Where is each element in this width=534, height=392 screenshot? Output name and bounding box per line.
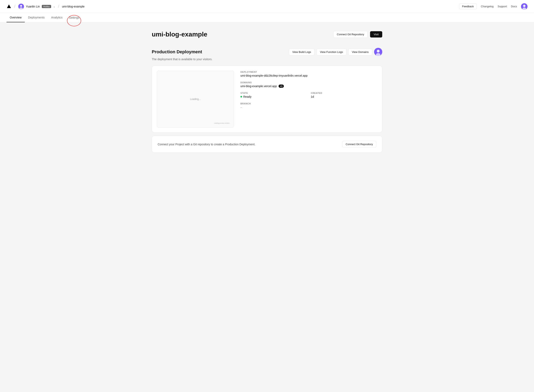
main-content: umi-blog-example Connect Git Repository … bbox=[145, 23, 389, 161]
project-header: umi-blog-example Connect Git Repository … bbox=[152, 31, 382, 38]
deployment-card: Loading... Loading preview content... DE… bbox=[152, 66, 382, 133]
deployment-preview: Loading... Loading preview content... bbox=[157, 71, 234, 127]
connect-git-button-bottom[interactable]: Connect Git Repository bbox=[342, 141, 376, 148]
svg-point-7 bbox=[377, 50, 380, 52]
nav-tabs: Overview Deployments Analytics Settings bbox=[0, 13, 534, 23]
deployment-url-group: DEPLOYMENT umi-blog-example-ddz26c8ep-im… bbox=[240, 71, 377, 77]
separator-slash: / bbox=[14, 4, 15, 9]
deployment-info: DEPLOYMENT umi-blog-example-ddz26c8ep-im… bbox=[240, 71, 377, 127]
state-label: STATE bbox=[240, 92, 307, 94]
domain-primary-value: umi-blog-example.vercel.app bbox=[240, 84, 277, 88]
state-group: STATE Ready bbox=[240, 92, 307, 98]
deployment-card-inner: Loading... Loading preview content... DE… bbox=[157, 71, 377, 127]
changelog-link[interactable]: Changelog bbox=[481, 5, 494, 8]
tab-settings[interactable]: Settings bbox=[66, 13, 83, 23]
header-right: Feedback Changelog Support Docs bbox=[459, 3, 528, 10]
domains-label: DOMAINS bbox=[240, 81, 377, 84]
domains-group: DOMAINS umi-blog-example.vercel.app +1 bbox=[240, 81, 377, 88]
user-name-label: Yuanlin Lin bbox=[26, 5, 40, 8]
support-link[interactable]: Support bbox=[498, 5, 507, 8]
vercel-logo-icon bbox=[6, 4, 11, 9]
preview-bottom-content: Loading preview content... bbox=[160, 122, 230, 124]
user-dropdown-chevron-icon[interactable]: ⌄ bbox=[53, 5, 55, 8]
separator-slash-2: / bbox=[58, 4, 59, 9]
created-group: CREATED 1d bbox=[311, 92, 377, 98]
connect-git-description: Connect your Project with a Git reposito… bbox=[158, 143, 255, 146]
branch-value: – bbox=[240, 106, 377, 109]
user-avatar-large[interactable] bbox=[521, 3, 528, 10]
view-domains-button[interactable]: View Domains bbox=[348, 49, 372, 55]
header-left: / Yuanlin Lin Hobby ⌄ / umi-blog-example bbox=[6, 4, 85, 9]
docs-link[interactable]: Docs bbox=[511, 5, 517, 8]
state-ready-dot bbox=[240, 96, 242, 98]
domain-extra-badge: +1 bbox=[279, 84, 284, 88]
project-actions: Connect Git Repository Visit bbox=[333, 31, 382, 38]
domains-row: umi-blog-example.vercel.app +1 bbox=[240, 84, 377, 88]
user-avatar-small[interactable] bbox=[18, 4, 24, 9]
branch-label: BRANCH bbox=[240, 102, 377, 105]
page-title: umi-blog-example bbox=[152, 31, 207, 38]
project-name-header: umi-blog-example bbox=[62, 5, 84, 8]
view-function-logs-button[interactable]: View Function Logs bbox=[316, 49, 346, 55]
deployment-url-value: umi-blog-example-ddz26c8ep-imyuanlinlin.… bbox=[240, 74, 377, 77]
view-build-logs-button[interactable]: View Build Logs bbox=[289, 49, 315, 55]
section-title: Production Deployment bbox=[152, 49, 202, 55]
state-value: Ready bbox=[243, 95, 251, 98]
connect-git-card: Connect your Project with a Git reposito… bbox=[152, 136, 382, 153]
deployment-avatar[interactable] bbox=[374, 48, 382, 56]
svg-point-1 bbox=[20, 5, 22, 7]
section-description: The deployment that is available to your… bbox=[152, 58, 382, 61]
state-created-row: STATE Ready CREATED 1d bbox=[240, 92, 377, 98]
preview-loading-text: Loading... bbox=[190, 98, 201, 101]
settings-tab-wrapper: Settings bbox=[66, 16, 83, 19]
production-deployment-section: Production Deployment View Build Logs Vi… bbox=[152, 48, 382, 153]
section-header: Production Deployment View Build Logs Vi… bbox=[152, 48, 382, 56]
feedback-button[interactable]: Feedback bbox=[459, 4, 477, 9]
branch-group: BRANCH – bbox=[240, 102, 377, 109]
state-row: Ready bbox=[240, 95, 307, 98]
tab-deployments[interactable]: Deployments bbox=[25, 13, 48, 22]
deployment-label: DEPLOYMENT bbox=[240, 71, 377, 73]
tab-analytics[interactable]: Analytics bbox=[48, 13, 66, 22]
connect-git-button-top[interactable]: Connect Git Repository bbox=[333, 31, 367, 38]
tab-overview[interactable]: Overview bbox=[6, 13, 25, 22]
visit-button[interactable]: Visit bbox=[370, 31, 382, 37]
created-value: 1d bbox=[311, 95, 377, 98]
header-links: Feedback Changelog Support Docs bbox=[459, 4, 517, 9]
section-actions: View Build Logs View Function Logs View … bbox=[289, 48, 382, 56]
svg-point-4 bbox=[523, 5, 525, 7]
created-label: CREATED bbox=[311, 92, 377, 94]
app-header: / Yuanlin Lin Hobby ⌄ / umi-blog-example… bbox=[0, 0, 534, 13]
hobby-badge: Hobby bbox=[42, 5, 51, 8]
